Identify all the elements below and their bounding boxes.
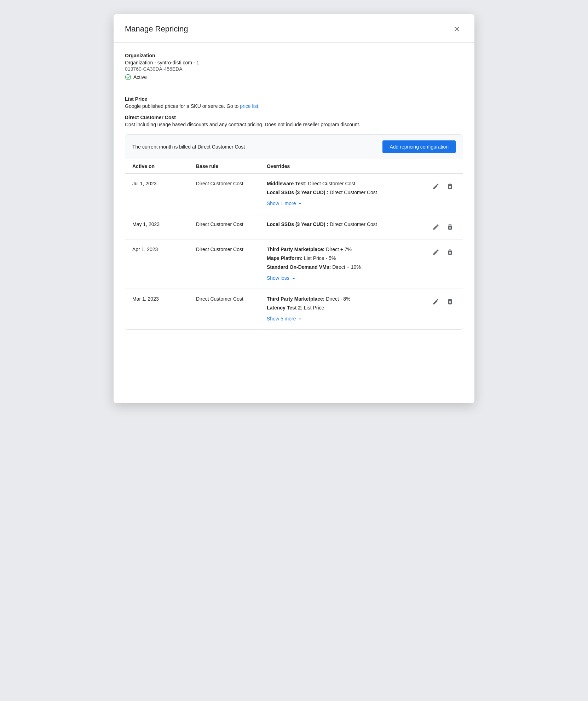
override-value: List Price - 5%	[304, 255, 336, 261]
row-2-overrides: Local SSDs (3 Year CUD) : Direct Custome…	[267, 221, 420, 230]
list-price-section: List Price Google published prices for a…	[125, 96, 463, 109]
list-price-text-before: Google published prices for a SKU or ser…	[125, 103, 240, 109]
show-1-more-label: Show 1 more	[267, 201, 296, 206]
organization-section: Organization Organization - syntro-disti…	[125, 53, 463, 82]
modal-body: Organization Organization - syntro-disti…	[114, 43, 474, 341]
col-header-actions	[420, 163, 456, 169]
override-item: Third Party Marketplace: Direct + 7%	[267, 246, 420, 253]
col-header-overrides: Overrides	[267, 163, 420, 169]
override-item: Maps Platform: List Price - 5%	[267, 255, 420, 262]
row-2-actions	[420, 221, 456, 233]
delete-button[interactable]	[444, 296, 456, 307]
override-label: Third Party Marketplace:	[267, 296, 324, 302]
show-less-button[interactable]: Show less	[267, 274, 296, 282]
override-label: Middleware Test:	[267, 181, 307, 186]
row-4-date: Mar 1, 2023	[132, 295, 196, 302]
table-row: Jul 1, 2023 Direct Customer Cost Middlew…	[125, 174, 463, 214]
override-value: Direct - 8%	[326, 296, 350, 302]
table-row: Mar 1, 2023 Direct Customer Cost Third P…	[125, 289, 463, 329]
modal-header: Manage Repricing	[114, 14, 474, 43]
add-repricing-configuration-button[interactable]: Add repricing configuration	[382, 140, 456, 153]
override-item: Third Party Marketplace: Direct - 8%	[267, 295, 420, 303]
delete-icon	[446, 183, 454, 190]
svg-point-0	[126, 75, 131, 80]
edit-icon	[432, 249, 439, 256]
row-3-base-rule: Direct Customer Cost	[196, 246, 267, 252]
list-price-label: List Price	[125, 96, 463, 102]
edit-button[interactable]	[430, 221, 442, 233]
chevron-up-icon	[291, 276, 296, 281]
row-2-date: May 1, 2023	[132, 221, 196, 227]
row-4-actions	[420, 295, 456, 307]
override-value: List Price	[304, 305, 324, 311]
override-label: Maps Platform:	[267, 255, 302, 261]
manage-repricing-modal: Manage Repricing Organization Organizati…	[114, 14, 474, 403]
show-less-label: Show less	[267, 275, 289, 281]
close-icon	[453, 25, 461, 33]
edit-button[interactable]	[430, 181, 442, 192]
row-3-overrides: Third Party Marketplace: Direct + 7% Map…	[267, 246, 420, 282]
edit-icon	[432, 224, 439, 231]
active-check-icon	[125, 74, 131, 80]
chevron-down-icon	[297, 316, 303, 322]
table-row: Apr 1, 2023 Direct Customer Cost Third P…	[125, 239, 463, 289]
price-list-link[interactable]: price list	[240, 103, 258, 109]
edit-button[interactable]	[430, 296, 442, 307]
override-value: Direct + 10%	[332, 264, 361, 270]
override-item: Local SSDs (3 Year CUD) : Direct Custome…	[267, 221, 420, 228]
section-divider-1	[125, 89, 463, 89]
organization-label: Organization	[125, 53, 463, 58]
show-5-more-button[interactable]: Show 5 more	[267, 314, 303, 323]
row-1-overrides: Middleware Test: Direct Customer Cost Lo…	[267, 180, 420, 208]
row-1-base-rule: Direct Customer Cost	[196, 180, 267, 186]
col-header-base-rule: Base rule	[196, 163, 267, 169]
close-button[interactable]	[450, 23, 463, 35]
table-row: May 1, 2023 Direct Customer Cost Local S…	[125, 214, 463, 239]
row-3-actions	[420, 246, 456, 258]
delete-icon	[446, 298, 454, 305]
col-header-active-on: Active on	[132, 163, 196, 169]
delete-icon	[446, 249, 454, 256]
override-label: Third Party Marketplace:	[267, 247, 324, 252]
billed-text: The current month is billed at Direct Cu…	[132, 144, 245, 150]
override-label: Local SSDs (3 Year CUD) :	[267, 190, 328, 195]
billed-bar: The current month is billed at Direct Cu…	[125, 134, 463, 159]
list-price-description: Google published prices for a SKU or ser…	[125, 103, 463, 109]
delete-icon	[446, 224, 454, 231]
override-value: Direct Customer Cost	[330, 221, 377, 227]
direct-cost-section: Direct Customer Cost Cost including usag…	[125, 115, 463, 127]
active-badge: Active	[125, 74, 147, 80]
delete-button[interactable]	[444, 247, 456, 258]
direct-cost-description: Cost including usage based discounts and…	[125, 122, 463, 127]
delete-button[interactable]	[444, 221, 456, 233]
override-value: Direct Customer Cost	[308, 181, 355, 186]
override-label: Latency Test 2:	[267, 305, 302, 311]
active-label: Active	[133, 74, 147, 80]
edit-icon	[432, 298, 439, 305]
row-2-base-rule: Direct Customer Cost	[196, 221, 267, 227]
override-item: Middleware Test: Direct Customer Cost	[267, 180, 420, 187]
organization-id: 013760-CA30DA-456EDA	[125, 66, 463, 72]
override-value: Direct + 7%	[326, 247, 352, 252]
table-header: Active on Base rule Overrides	[125, 159, 463, 174]
override-value: Direct Customer Cost	[330, 190, 377, 195]
edit-button[interactable]	[430, 247, 442, 258]
override-label: Standard On-Demand VMs:	[267, 264, 331, 270]
row-3-date: Apr 1, 2023	[132, 246, 196, 252]
organization-name: Organization - syntro-disti.com - 1	[125, 60, 463, 65]
override-item: Latency Test 2: List Price	[267, 304, 420, 312]
page-wrapper: Manage Repricing Organization Organizati…	[0, 0, 588, 701]
override-item: Local SSDs (3 Year CUD) : Direct Custome…	[267, 189, 420, 196]
row-1-actions	[420, 180, 456, 192]
delete-button[interactable]	[444, 181, 456, 192]
modal-title: Manage Repricing	[125, 24, 188, 34]
chevron-down-icon	[297, 201, 303, 207]
show-1-more-button[interactable]: Show 1 more	[267, 199, 303, 208]
direct-cost-label: Direct Customer Cost	[125, 115, 463, 120]
list-price-text-after: .	[258, 103, 260, 109]
row-4-overrides: Third Party Marketplace: Direct - 8% Lat…	[267, 295, 420, 323]
edit-icon	[432, 183, 439, 190]
override-label: Local SSDs (3 Year CUD) :	[267, 221, 328, 227]
repricing-table: Active on Base rule Overrides Jul 1, 202…	[125, 159, 463, 330]
override-item: Standard On-Demand VMs: Direct + 10%	[267, 263, 420, 271]
